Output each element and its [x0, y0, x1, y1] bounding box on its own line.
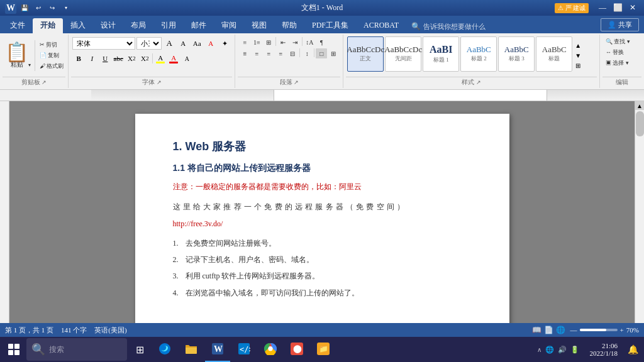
word-app[interactable]: W — [205, 337, 230, 362]
save-quick-btn[interactable]: 💾 — [19, 3, 30, 14]
strikethrough-button[interactable]: abc — [112, 52, 125, 65]
tab-mailings[interactable]: 邮件 — [184, 18, 214, 33]
style-h3[interactable]: AaBbC 标题 3 — [498, 36, 535, 72]
shading-button[interactable]: A — [180, 52, 193, 65]
restore-button[interactable]: ⬜ — [611, 2, 624, 14]
styles-down-button[interactable]: ▼ — [574, 52, 582, 60]
customize-quick-btn[interactable]: ▾ — [60, 3, 72, 14]
explorer-app[interactable] — [179, 337, 204, 362]
sort-button[interactable]: ↕A — [304, 37, 315, 47]
document-container[interactable]: 1. Web 服务器 1.1 将自己的网站上传到远程服务器 注意：一般稳定的服务… — [9, 101, 635, 323]
tab-home[interactable]: 开始 — [33, 18, 63, 33]
superscript-button[interactable]: X2 — [138, 52, 151, 65]
volume-icon[interactable]: 🔊 — [558, 346, 567, 354]
tab-pdf[interactable]: PDF工具集 — [304, 18, 356, 33]
style-h1-label: 标题 1 — [433, 56, 449, 64]
grow-font-button[interactable]: A — [163, 37, 175, 50]
numbering-button[interactable]: 1≡ — [251, 37, 262, 47]
style-h1[interactable]: AaBI 标题 1 — [423, 36, 459, 72]
justify-low-button[interactable]: ⊟ — [287, 48, 298, 58]
style-h2[interactable]: AaBbC 标题 2 — [460, 36, 497, 72]
line-spacing-button[interactable]: ↕ — [301, 48, 313, 58]
align-center-button[interactable]: ≡ — [251, 48, 262, 58]
cut-button[interactable]: ✂ 剪切 — [38, 40, 65, 50]
tab-layout[interactable]: 布局 — [123, 18, 153, 33]
bullets-button[interactable]: ≡ — [239, 37, 250, 47]
align-left-button[interactable]: ≡ — [239, 48, 250, 58]
style-title[interactable]: AaBbC 标题 — [536, 36, 572, 72]
style-no-space[interactable]: AaBbCcDc 无间距 — [385, 36, 421, 72]
tab-acrobat[interactable]: ACROBAT — [356, 18, 406, 33]
styles-expand-button[interactable]: ⊞ — [574, 62, 582, 70]
close-button[interactable]: ✕ — [626, 2, 639, 14]
show-marks-button[interactable]: ¶ — [316, 37, 327, 47]
undo-quick-btn[interactable]: ↩ — [33, 3, 44, 14]
paste-button[interactable]: 📋 粘贴 ▾ — [3, 41, 33, 70]
python-app[interactable]: ⬤ — [284, 337, 309, 362]
multilevel-list-button[interactable]: ⊞ — [263, 37, 274, 47]
font-name-select[interactable]: 宋体 — [72, 37, 135, 50]
taskbar-search-button[interactable]: 🔍 搜索 — [26, 338, 127, 361]
justify-button[interactable]: ≡ — [275, 48, 286, 58]
tray-arrow[interactable]: ∧ — [537, 346, 541, 353]
chrome-app[interactable] — [258, 337, 283, 362]
select-button[interactable]: ▣ 选择 ▾ — [604, 58, 632, 68]
clear-format-button[interactable]: ✦ — [218, 37, 231, 50]
tab-file[interactable]: 文件 — [3, 18, 33, 33]
ruler — [0, 90, 644, 101]
text-highlight-button[interactable]: A — [154, 52, 167, 65]
share-button[interactable]: 👤 共享 — [601, 18, 639, 31]
bold-button[interactable]: B — [72, 52, 85, 65]
increase-indent-button[interactable]: ⇥ — [289, 37, 301, 47]
tab-insert[interactable]: 插入 — [63, 18, 93, 33]
font-color-button[interactable]: A — [167, 52, 180, 65]
replace-button[interactable]: ↔ 替换 — [604, 48, 632, 57]
right-scrollbar[interactable]: ▲ — [635, 101, 644, 323]
task-view-button[interactable]: ⊞ — [128, 338, 151, 361]
network-icon[interactable]: 🌐 — [545, 346, 554, 354]
zoom-out-button[interactable]: — — [570, 326, 577, 334]
clock[interactable]: 21:06 2022/1/18 — [586, 342, 621, 357]
shading-para-button[interactable]: □ — [316, 48, 327, 58]
zoom-slider[interactable] — [580, 329, 618, 331]
tab-references[interactable]: 引用 — [153, 18, 184, 33]
subscript-button[interactable]: X2 — [125, 52, 138, 65]
decrease-indent-button[interactable]: ⇤ — [277, 37, 289, 47]
styles-up-button[interactable]: ▲ — [574, 41, 582, 50]
find-button[interactable]: 🔍 查找 ▾ — [604, 37, 632, 47]
align-right-button[interactable]: ≡ — [263, 48, 274, 58]
web-view-icon[interactable]: 🌐 — [556, 326, 565, 335]
vscode-app[interactable]: </> — [231, 337, 257, 362]
border-button[interactable]: ⊞ — [328, 48, 339, 58]
minimize-button[interactable]: — — [596, 2, 609, 14]
zoom-in-button[interactable]: + — [620, 326, 624, 334]
read-view-icon[interactable]: 📖 — [532, 326, 541, 335]
shrink-font-button[interactable]: A — [177, 37, 189, 50]
font-size-select[interactable]: 小三 — [136, 37, 162, 50]
tab-view[interactable]: 视图 — [244, 18, 274, 33]
style-normal[interactable]: AaBbCcDc 正文 — [347, 36, 384, 72]
folder-app[interactable]: 📁 — [311, 337, 336, 362]
underline-button[interactable]: U — [99, 52, 111, 65]
tab-design[interactable]: 设计 — [93, 18, 123, 33]
font-selector-row: 宋体 小三 A A Aa A ✦ — [72, 37, 231, 50]
format-painter-button[interactable]: 🖌 格式刷 — [38, 62, 65, 71]
document-page[interactable]: 1. Web 服务器 1.1 将自己的网站上传到远程服务器 注意：一般稳定的服务… — [135, 114, 509, 323]
word-logo-icon[interactable]: W — [5, 3, 16, 14]
tab-help[interactable]: 帮助 — [274, 18, 304, 33]
scroll-up-button[interactable]: ▲ — [635, 101, 644, 110]
copy-button[interactable]: 📄 复制 — [38, 51, 65, 60]
doc-link[interactable]: http://free.3v.do/ — [173, 219, 472, 229]
notification-icon: 🔔 — [628, 344, 638, 355]
tab-review[interactable]: 审阅 — [214, 18, 244, 33]
edge-app[interactable] — [152, 337, 177, 362]
change-case-button[interactable]: Aa — [191, 37, 203, 50]
italic-button[interactable]: I — [86, 52, 98, 65]
battery-icon[interactable]: 🔋 — [570, 346, 579, 354]
print-view-icon[interactable]: 📄 — [544, 326, 553, 335]
scroll-thumb[interactable] — [636, 111, 644, 136]
redo-quick-btn[interactable]: ↪ — [47, 3, 58, 14]
notification-button[interactable]: 🔔 — [624, 341, 641, 358]
start-button[interactable] — [3, 338, 25, 361]
text-effects-button[interactable]: A — [204, 37, 217, 50]
